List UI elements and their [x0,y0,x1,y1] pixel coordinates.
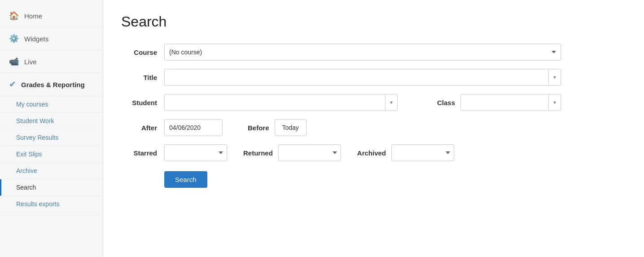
results-exports-label: Results exports [16,200,59,208]
sidebar-sub-exit-slips[interactable]: Exit Slips [0,146,103,163]
sidebar-section-header-label: Grades & Reporting [21,81,85,89]
class-dropdown-arrow[interactable]: ▾ [548,94,561,111]
before-label: Before [248,124,269,132]
student-input[interactable] [165,94,385,111]
archive-label: Archive [16,167,37,174]
starred-returned-archived-row: Starred Yes No Returned Yes No Archived … [121,144,561,161]
search-nav-label: Search [16,184,36,191]
title-row: Title ▾ [121,69,561,86]
search-button[interactable]: Search [164,171,207,188]
sidebar-sub-survey-results[interactable]: Survey Results [0,129,103,146]
sidebar-item-home[interactable]: 🏠 Home [0,4,103,27]
main-content: Search Course (No course) Title ▾ Studen… [103,0,644,257]
survey-results-label: Survey Results [16,134,58,141]
student-class-row: Student ▾ Class ▾ [121,94,561,111]
exit-slips-label: Exit Slips [16,151,42,158]
my-courses-label: My courses [16,101,48,108]
sidebar-sub-search[interactable]: Search [0,179,103,196]
sidebar-item-live[interactable]: 📹 Live [0,50,103,73]
title-label: Title [121,74,157,81]
sidebar-sub-student-work[interactable]: Student Work [0,113,103,129]
after-label: After [121,124,157,132]
returned-select[interactable]: Yes No [278,144,341,161]
class-group: Class ▾ [419,94,561,111]
live-icon: 📹 [9,57,19,66]
course-label: Course [121,49,157,56]
search-button-row: Search [121,169,561,188]
title-input[interactable] [165,69,548,85]
search-form: Course (No course) Title ▾ Student ▾ Cla… [121,44,561,188]
returned-label: Returned [243,149,273,157]
returned-group: Returned Yes No [243,144,341,161]
widgets-icon: ⚙️ [9,34,19,44]
before-group: Before Today [248,119,307,136]
title-input-wrapper: ▾ [164,69,561,86]
grades-icon: ✔ [9,80,16,89]
student-label: Student [121,99,157,106]
after-before-row: After Before Today [121,119,561,136]
sidebar-sub-my-courses[interactable]: My courses [0,96,103,113]
starred-label: Starred [121,149,157,157]
sidebar-sub-results-exports[interactable]: Results exports [0,196,103,213]
archived-label: Archived [357,149,386,157]
student-dropdown-arrow[interactable]: ▾ [385,94,397,111]
sidebar: 🏠 Home ⚙️ Widgets 📹 Live ✔ Grades & Repo… [0,0,103,257]
sidebar-item-grades-reporting[interactable]: ✔ Grades & Reporting [0,73,103,96]
student-work-label: Student Work [16,117,54,124]
title-dropdown-arrow[interactable]: ▾ [548,69,561,85]
page-title: Search [121,13,626,30]
sidebar-item-widgets[interactable]: ⚙️ Widgets [0,27,103,50]
class-input-wrapper: ▾ [460,94,561,111]
sidebar-sub-archive[interactable]: Archive [0,163,103,179]
class-input[interactable] [461,94,548,111]
before-today-button[interactable]: Today [275,119,307,136]
archived-group: Archived Yes No [357,144,454,161]
course-select[interactable]: (No course) [164,44,561,61]
course-row: Course (No course) [121,44,561,61]
sidebar-item-live-label: Live [24,58,37,66]
sidebar-item-home-label: Home [24,12,42,20]
home-icon: 🏠 [9,11,19,21]
archived-select[interactable]: Yes No [391,144,454,161]
sidebar-item-widgets-label: Widgets [24,35,48,43]
class-label: Class [419,99,455,106]
starred-select[interactable]: Yes No [164,144,227,161]
after-input[interactable] [164,119,223,136]
student-input-wrapper: ▾ [164,94,398,111]
